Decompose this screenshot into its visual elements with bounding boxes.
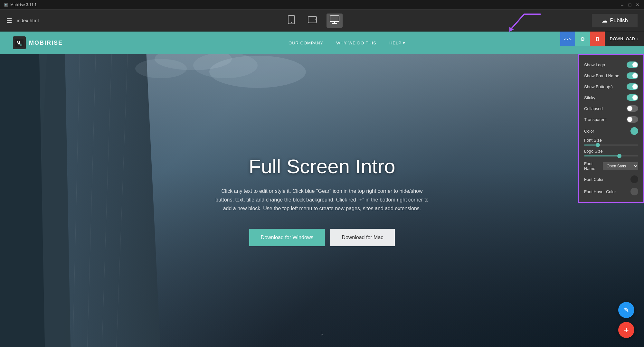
setting-font-name: Font Name Open Sans Roboto Lato [579,159,643,173]
main-content: M⚙ MOBIRISE OUR COMPANY WHY WE DO THIS H… [0,32,644,347]
show-logo-toggle[interactable] [627,61,638,68]
gear-icon: ⚙ [580,36,585,42]
purple-arrow-icon [505,11,544,33]
fab-edit-button[interactable]: ✎ [618,302,634,318]
desktop-device-button[interactable] [327,14,343,28]
website-preview: M⚙ MOBIRISE OUR COMPANY WHY WE DO THIS H… [0,32,644,347]
hamburger-menu-icon[interactable]: ☰ [6,17,12,24]
site-navbar: M⚙ MOBIRISE OUR COMPANY WHY WE DO THIS H… [0,32,644,54]
sticky-label: Sticky [584,95,624,100]
font-size-thumb[interactable] [596,143,600,147]
code-icon: </> [564,37,571,42]
show-brand-name-toggle[interactable] [627,72,638,79]
font-hover-color-swatch[interactable] [630,188,638,195]
setting-font-hover-color: Font Hover Color [579,185,643,198]
logo-size-fill [584,155,619,156]
file-name-label: index.html [17,18,39,23]
delete-section-button[interactable]: 🗑 [590,32,605,46]
setting-show-logo: Show Logo [579,59,643,70]
hero-buttons: Download for Windows Download for Mac [213,229,431,246]
device-switcher [285,13,343,28]
close-button[interactable]: ✕ [635,2,640,7]
window-title-text: Mobirise 3.11.1 [10,3,37,7]
publish-label: Publish [610,17,628,24]
svg-point-5 [316,19,317,20]
setting-transparent: Transparent [579,114,643,125]
cloud-icon: ☁ [601,17,607,24]
setting-show-brand-name: Show Brand Name [579,70,643,81]
site-brand-name: MOBIRISE [29,40,63,46]
window-controls: – □ ✕ [620,2,640,7]
color-label: Color [584,129,628,134]
logo-size-thumb[interactable] [617,154,621,158]
transparent-label: Transparent [584,117,624,122]
settings-panel-wrapper: Show Logo Show Brand Name Show Button(s)… [578,54,644,203]
show-brand-name-label: Show Brand Name [584,73,624,78]
app-icon: M [4,3,8,7]
svg-point-3 [291,22,292,23]
hero-section: Full Screen Intro Click any text to edit… [0,54,644,347]
window-chrome: M Mobirise 3.11.1 – □ ✕ [0,0,644,10]
edit-icon: ✎ [624,306,629,314]
mobile-device-button[interactable] [285,13,298,28]
toolbar-left: ☰ index.html [6,17,39,24]
nav-link-help[interactable]: HELP ▾ [389,41,405,45]
tablet-device-button[interactable] [305,14,320,27]
svg-text:M: M [5,4,7,6]
font-size-slider-container: Font Size [579,137,643,148]
settings-gear-button[interactable]: ⚙ [575,32,590,46]
font-name-label: Font Name [584,161,603,171]
show-buttons-toggle[interactable] [627,83,638,90]
download-mac-button[interactable]: Download for Mac [330,229,395,246]
svg-marker-19 [0,54,45,347]
logo-size-label: Logo Size [584,149,638,154]
svg-rect-4 [308,16,317,23]
code-editor-button[interactable]: </> [560,32,575,46]
site-nav-links: OUR COMPANY WHY WE DO THIS HELP ▾ [289,41,405,45]
publish-button[interactable]: ☁ Publish [592,14,638,27]
hero-text-container: Full Screen Intro Click any text to edit… [206,148,438,253]
toolbar-right: ☁ Publish [589,14,638,27]
logo-size-track[interactable] [584,155,638,156]
svg-rect-6 [330,16,339,22]
show-buttons-label: Show Button(s) [584,84,624,89]
setting-show-buttons: Show Button(s) [579,81,643,92]
font-hover-color-label: Font Hover Color [584,189,628,194]
show-logo-label: Show Logo [584,62,624,67]
hero-title: Full Screen Intro [213,155,431,178]
fab-add-button[interactable]: + [618,322,634,338]
setting-font-color: Font Color [579,173,643,185]
dropdown-arrow-icon: ▾ [403,41,405,45]
settings-panel: Show Logo Show Brand Name Show Button(s)… [579,55,643,202]
collapsed-toggle[interactable] [627,105,638,112]
site-logo: M⚙ MOBIRISE [13,36,63,49]
site-toolbar-overlay: </> ⚙ 🗑 DOWNLOAD ↓ [560,32,644,46]
svg-text:⚙: ⚙ [20,43,22,46]
maximize-button[interactable]: □ [627,2,632,7]
transparent-toggle[interactable] [627,116,638,123]
setting-collapsed: Collapsed [579,103,643,114]
hero-subtitle: Click any text to edit or style it. Clic… [213,187,431,213]
collapsed-label: Collapsed [584,106,624,111]
app-toolbar: ☰ index.html ☁ Publish [0,10,644,32]
svg-point-23 [135,59,187,78]
setting-sticky: Sticky [579,92,643,103]
setting-color: Color [579,125,643,137]
delete-icon: 🗑 [595,36,600,42]
scroll-indicator: ↓ [320,328,324,337]
sticky-toggle[interactable] [627,94,638,101]
logo-size-slider-container: Logo Size [579,148,643,159]
nav-link-why-we-do[interactable]: WHY WE DO THIS [336,41,376,45]
nav-link-our-company[interactable]: OUR COMPANY [289,41,323,45]
font-color-swatch[interactable] [630,175,638,183]
logo-box: M⚙ [13,36,26,49]
color-swatch[interactable] [630,127,638,135]
add-icon: + [624,326,629,334]
site-download-label: DOWNLOAD ↓ [605,32,644,46]
font-size-label: Font Size [584,138,638,143]
font-size-track[interactable] [584,145,638,145]
font-name-select[interactable]: Open Sans Roboto Lato [603,162,638,170]
minimize-button[interactable]: – [620,2,625,7]
download-windows-button[interactable]: Download for Windows [249,229,325,246]
font-color-label: Font Color [584,177,628,182]
